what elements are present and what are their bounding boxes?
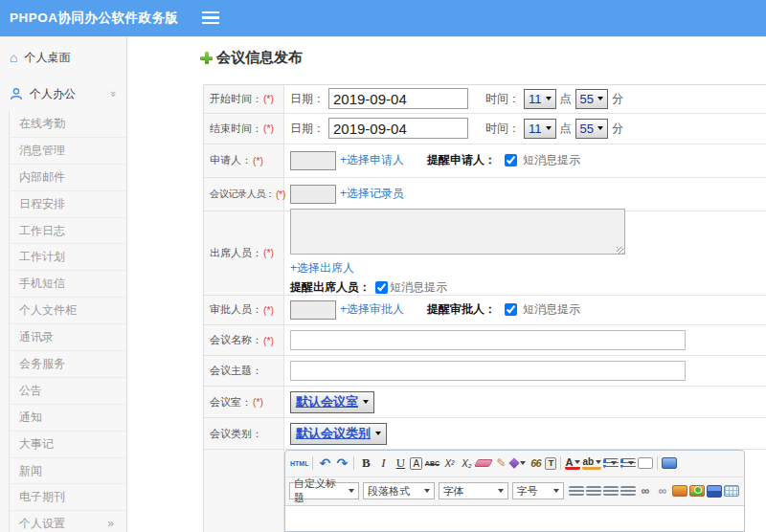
- strikethrough-button[interactable]: ABC: [424, 455, 439, 472]
- superscript-button[interactable]: X²: [441, 455, 457, 472]
- attendees-sms-checkbox[interactable]: [375, 281, 388, 294]
- date-label: 日期：: [290, 121, 325, 137]
- unordered-list-button[interactable]: [620, 458, 636, 468]
- eraser-icon[interactable]: [475, 459, 494, 467]
- end-date-input[interactable]: [328, 118, 468, 139]
- image-icon[interactable]: [672, 485, 687, 497]
- sidebar-item-settings[interactable]: 个人设置 »: [10, 511, 126, 532]
- choose-approver-link[interactable]: +选择审批人: [340, 301, 404, 318]
- sidebar-subitem[interactable]: 新闻: [10, 458, 126, 485]
- approver-input[interactable]: [290, 300, 336, 320]
- align-center-icon[interactable]: [586, 486, 601, 496]
- approver-sms-checkbox[interactable]: [505, 303, 517, 316]
- field-label: 出席人员：: [210, 246, 262, 260]
- start-minute-select[interactable]: 55: [575, 89, 608, 109]
- sidebar-subitem[interactable]: 通讯录: [10, 324, 126, 351]
- sidebar-subitem[interactable]: 在线考勤: [10, 111, 126, 138]
- sidebar-subitem[interactable]: 消息管理: [10, 138, 126, 165]
- toolbar-separator: [312, 456, 313, 470]
- fullscreen-icon[interactable]: [662, 457, 677, 469]
- field-label: 审批人员：: [210, 302, 262, 317]
- sidebar-subitem[interactable]: 个人文件柜: [10, 298, 126, 324]
- sidebar-subitem[interactable]: 公告: [10, 378, 126, 405]
- sidebar-subitem[interactable]: 内部邮件: [10, 165, 126, 191]
- start-hour-select[interactable]: 11: [524, 89, 556, 109]
- choose-recorder-link[interactable]: +选择记录员: [340, 186, 404, 202]
- required-mark: (*): [263, 247, 274, 258]
- underline-button[interactable]: U: [393, 455, 408, 472]
- bold-button[interactable]: B: [358, 455, 373, 472]
- applicant-input[interactable]: [290, 151, 336, 170]
- editor-content[interactable]: [285, 506, 744, 531]
- ordered-list-button[interactable]: [603, 458, 619, 468]
- minute-value: 55: [580, 122, 594, 136]
- attendees-textarea[interactable]: [290, 209, 625, 255]
- start-date-input[interactable]: [328, 88, 468, 109]
- align-left-icon[interactable]: [569, 486, 584, 496]
- unlink-icon[interactable]: ∞: [655, 483, 670, 499]
- sidebar-subitem[interactable]: 会务服务: [10, 351, 126, 378]
- sidebar-subitem[interactable]: 日程安排: [10, 191, 126, 218]
- recorder-input[interactable]: [290, 185, 336, 204]
- field-label: 会议室：: [210, 395, 252, 410]
- align-right-icon[interactable]: [603, 486, 619, 496]
- form-row-meeting-category: 会议类别： 默认会议类别: [204, 418, 766, 450]
- align-justify-icon[interactable]: [620, 486, 636, 496]
- undo-icon[interactable]: ↶: [317, 455, 332, 472]
- meeting-topic-input[interactable]: [290, 361, 686, 381]
- choose-applicant-link[interactable]: +选择申请人: [340, 152, 404, 168]
- sidebar-subitem[interactable]: 工作日志: [10, 218, 126, 245]
- meeting-category-select[interactable]: 默认会议类别: [290, 423, 387, 445]
- sidebar-item-office[interactable]: 个人办公 »: [0, 80, 126, 107]
- font-frame-button[interactable]: A: [410, 457, 422, 470]
- user-icon: [10, 87, 23, 100]
- time-label: 时间：: [485, 91, 520, 107]
- page-title-row: 会议信息发布: [200, 49, 303, 67]
- end-minute-select[interactable]: 55: [575, 119, 608, 139]
- hour-unit: 点: [560, 121, 572, 137]
- font-color-button[interactable]: A: [565, 456, 580, 470]
- remind-attendees-label: 提醒出席人员：: [290, 279, 371, 296]
- required-mark: (*): [263, 335, 274, 346]
- applicant-sms-checkbox[interactable]: [505, 154, 517, 166]
- link-icon[interactable]: ∞: [638, 483, 653, 499]
- html-source-button[interactable]: HTML: [290, 455, 308, 472]
- insert-image-icon[interactable]: [689, 485, 705, 497]
- blockquote-button[interactable]: 66: [528, 455, 543, 472]
- dropdown-caret-icon: [363, 400, 369, 404]
- form-row-attendees: 出席人员： (*) +选择出席人 提醒出席人员： 短消息提示: [204, 211, 766, 296]
- form-row-approver: 审批人员： (*) +选择审批人 提醒审批人： 短消息提示: [204, 296, 766, 326]
- form-row-start-time: 开始时间： (*) 日期： 时间： 11 点 55 分: [204, 85, 766, 114]
- hamburger-menu-icon[interactable]: [202, 11, 219, 25]
- magic-wand-icon[interactable]: [510, 455, 526, 472]
- sidebar-subitem[interactable]: 大事记: [10, 432, 126, 458]
- italic-button[interactable]: I: [375, 455, 391, 472]
- minute-unit: 分: [612, 121, 623, 137]
- required-mark: (*): [253, 155, 263, 166]
- sidebar-subitem[interactable]: 电子期刊: [10, 484, 126, 511]
- highlight-color-button[interactable]: ab: [582, 456, 601, 470]
- table-icon[interactable]: [724, 485, 739, 497]
- end-hour-select[interactable]: 11: [524, 119, 556, 139]
- sidebar-item-label: 个人设置: [19, 516, 65, 532]
- font-size-select[interactable]: 字号: [512, 482, 564, 499]
- font-family-select[interactable]: 字体: [439, 482, 508, 499]
- choose-attendees-link[interactable]: +选择出席人: [290, 260, 354, 277]
- meeting-room-select[interactable]: 默认会议室: [290, 391, 374, 413]
- paragraph-format-select[interactable]: 段落格式: [363, 482, 435, 499]
- meeting-name-input[interactable]: [290, 330, 686, 350]
- sidebar-item-desktop[interactable]: ⌂ 个人桌面: [0, 44, 126, 71]
- sidebar-subitem[interactable]: 手机短信: [10, 271, 126, 298]
- paste-icon[interactable]: T: [545, 457, 556, 470]
- format-brush-icon[interactable]: ✎: [493, 455, 508, 472]
- subscript-button[interactable]: X₂: [459, 455, 474, 472]
- sidebar-subitem[interactable]: 工作计划: [10, 244, 126, 271]
- custom-heading-select[interactable]: 自定义标题: [289, 482, 359, 499]
- required-mark: (*): [263, 122, 274, 134]
- main-content: 会议信息发布 开始时间： (*) 日期： 时间： 11 点 55 分 结束时间：…: [128, 37, 766, 532]
- field-label: 会议主题：: [210, 364, 262, 378]
- new-page-icon[interactable]: [638, 457, 653, 469]
- sidebar-subitem[interactable]: 通知: [10, 405, 126, 432]
- media-icon[interactable]: [707, 485, 722, 498]
- redo-icon[interactable]: ↷: [334, 455, 349, 472]
